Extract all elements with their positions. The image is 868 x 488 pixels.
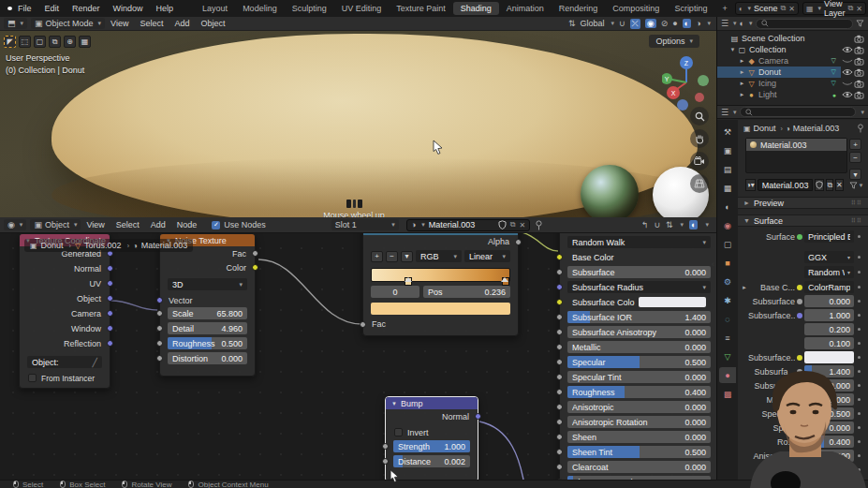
property-row[interactable]: x 0.200 ▾ xyxy=(742,323,861,335)
new-scene-icon[interactable]: ⧉ xyxy=(781,4,787,13)
workspace-tab[interactable]: Shading xyxy=(453,2,499,15)
remove-slot-button[interactable]: − xyxy=(849,152,861,163)
workspace-tab[interactable]: + xyxy=(714,2,734,15)
bsdf-input-row[interactable]: Metallic0.000▾ xyxy=(567,341,711,353)
ramp-stop-end[interactable] xyxy=(501,268,509,282)
properties-tab[interactable]: ◌ xyxy=(719,311,736,327)
view-layer-selector[interactable]: ▦▾ View Layer ⧉ ✕ xyxy=(802,2,866,15)
shader-editor-type-button[interactable]: ◉▾ xyxy=(4,219,26,230)
viewport-menu-item[interactable]: Select xyxy=(134,19,169,28)
output-socket[interactable] xyxy=(107,265,113,272)
expander-icon[interactable]: ► xyxy=(738,58,746,64)
property-row[interactable]: x 0.100 ▾ xyxy=(742,337,861,349)
filter-funnel-icon[interactable] xyxy=(856,20,864,27)
output-socket[interactable] xyxy=(107,280,113,287)
interpolation-dropdown[interactable]: Linear▾ xyxy=(464,250,510,262)
property-row[interactable]: Random Walk ▾ xyxy=(742,266,861,278)
panel-grip[interactable]: ⠿⠿ xyxy=(851,217,862,225)
bsdf-input-row[interactable]: Anisotropic Rotation0.000▾ xyxy=(567,416,711,428)
input-socket[interactable] xyxy=(556,464,563,470)
alpha-output-row[interactable]: Alpha xyxy=(363,235,518,248)
property-row[interactable]: Subsurface... 1.000 ▾ xyxy=(742,309,861,321)
node-texture-coordinate[interactable]: ▼Texture Coordinate Generated Normal UV xyxy=(19,233,110,389)
shader-menu-item[interactable]: Node xyxy=(171,220,203,229)
editor-type-button[interactable]: ⬒▾ xyxy=(4,18,27,29)
property-widget[interactable]: 0.000 ▾ xyxy=(804,464,854,476)
shader-menu-item[interactable]: View xyxy=(81,220,110,229)
input-socket[interactable] xyxy=(156,325,163,332)
hide-toggle[interactable] xyxy=(841,46,853,53)
property-row[interactable]: Ro... 0.400 ▾ xyxy=(742,436,861,448)
workspace-tab[interactable]: Scripting xyxy=(667,2,714,15)
hide-toggle[interactable] xyxy=(841,68,853,76)
ramp-options-button[interactable]: ▾ xyxy=(401,251,413,262)
property-row[interactable]: Subsurfa... 1.400 ▾ xyxy=(742,365,861,377)
input-socket[interactable] xyxy=(556,434,563,440)
property-row[interactable]: Metallic 0.000 ▾ xyxy=(742,393,861,406)
proportional-edit-icon[interactable]: ⤫ xyxy=(630,19,640,29)
node-bump[interactable]: ▼Bump Normal Invert Strength1.000 xyxy=(385,396,478,480)
use-nodes-checkbox[interactable]: ✓ xyxy=(212,221,220,229)
copy-datablock-icon[interactable]: ⧉ xyxy=(510,220,516,229)
input-socket[interactable] xyxy=(156,355,163,362)
bsdf-input-row[interactable]: Subsurface IOR1.400▾ xyxy=(567,311,711,323)
zoom-view-button[interactable] xyxy=(690,107,709,126)
perspective-toggle-button[interactable] xyxy=(690,174,709,193)
input-socket[interactable] xyxy=(382,443,389,450)
outliner-item-label[interactable]: Donut xyxy=(758,67,831,77)
overlays-icon[interactable]: ⇅ xyxy=(666,220,673,229)
move-tool-button[interactable]: ▦ xyxy=(79,36,91,48)
add-stop-button[interactable]: + xyxy=(371,251,383,262)
property-widget[interactable]: Principled BSDF ▾ xyxy=(804,230,854,243)
expander-icon[interactable]: ► xyxy=(742,285,748,290)
shader-editor[interactable]: ◉▾ ▣Object▾ ViewSelectAddNode ✓ Use Node… xyxy=(0,217,716,480)
material-slot-list[interactable]: Material.003 + − ▾ xyxy=(745,138,847,173)
output-socket[interactable] xyxy=(107,295,113,302)
property-row[interactable]: Anisotropic 0.000 ▾ xyxy=(742,450,861,462)
fac-input-row[interactable]: Fac xyxy=(363,318,518,331)
object-field[interactable]: Object:╱ xyxy=(27,356,102,368)
close-scene-icon[interactable]: ✕ xyxy=(788,5,795,13)
output-socket-row[interactable]: Window xyxy=(20,321,110,336)
pin-icon[interactable] xyxy=(857,124,864,133)
output-socket-row[interactable]: Object xyxy=(20,291,110,306)
topbar-menu-item[interactable]: Render xyxy=(66,4,107,13)
from-instancer-checkbox[interactable] xyxy=(28,374,37,382)
output-socket-row[interactable]: UV xyxy=(20,276,110,291)
shading-solid-icon[interactable]: ● xyxy=(672,19,677,28)
vector-input-socket[interactable] xyxy=(156,297,163,303)
workspace-tab[interactable]: Modeling xyxy=(235,2,285,15)
property-row[interactable]: Subsurfa... 0.000 ▾ xyxy=(742,379,861,392)
outliner-row[interactable]: ► ● Light ● ✓ xyxy=(717,89,868,100)
workspace-tab[interactable]: UV Editing xyxy=(334,2,390,15)
bsdf-input-row[interactable]: Subsurface0.000▾ xyxy=(567,266,711,278)
breadcrumb-mesh[interactable]: Torus.002 xyxy=(84,241,122,250)
camera-view-button[interactable] xyxy=(690,152,709,170)
breadcrumb-object[interactable]: Donut xyxy=(41,241,64,250)
output-socket[interactable] xyxy=(107,340,113,347)
vector-input-row[interactable]: Vector xyxy=(160,293,255,307)
add-slot-button[interactable]: + xyxy=(849,139,861,150)
bsdf-input-row[interactable]: Subsurface Radius▾ xyxy=(567,281,711,293)
expander-icon[interactable]: ▼ xyxy=(728,47,737,52)
input-socket[interactable] xyxy=(556,449,563,455)
outliner-row[interactable]: ► ◆ Camera ▽ ✓ xyxy=(717,55,868,67)
workspace-tab[interactable]: Texture Paint xyxy=(389,2,453,15)
viewport-menu-item[interactable]: Add xyxy=(169,19,195,28)
material-specials-dropdown[interactable]: ▾ xyxy=(849,182,863,189)
property-row[interactable]: Aniso... 0.000 ▾ xyxy=(742,464,861,476)
topbar-menu-item[interactable]: Edit xyxy=(38,4,66,13)
property-widget[interactable]: GGX ▾ xyxy=(804,251,854,263)
navigation-gizmo[interactable]: Z X Y xyxy=(662,54,711,111)
properties-tab[interactable]: ◉ xyxy=(719,217,736,233)
bsdf-input-row[interactable]: Subsurface Anisotropy0.000▾ xyxy=(567,326,711,338)
outliner-row[interactable]: ► ▽ Icing ▽ ✓ xyxy=(717,78,868,89)
orientation-label[interactable]: Global xyxy=(580,19,604,28)
properties-tab[interactable]: ✱ xyxy=(719,292,736,308)
output-socket[interactable] xyxy=(107,310,113,317)
unlink-material-button[interactable]: ✕ xyxy=(835,179,844,191)
topbar-menu-item[interactable]: File xyxy=(11,4,38,13)
outliner-row[interactable]: ▼ ▢ Collection ✓ xyxy=(717,44,868,55)
properties-tab[interactable]: ▩ xyxy=(719,386,736,402)
input-socket[interactable] xyxy=(556,389,563,395)
